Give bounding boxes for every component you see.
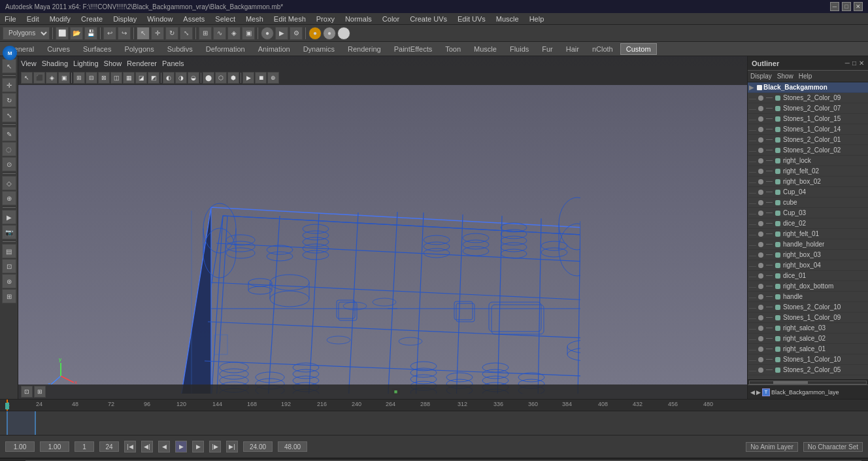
menu-assets[interactable]: Assets [181, 15, 207, 23]
menu-edit-mesh[interactable]: Edit Mesh [272, 15, 308, 23]
layer-prev-btn[interactable]: ◀ [750, 389, 755, 396]
vp-icon-6[interactable]: ⊠ [98, 72, 110, 84]
menu-edit[interactable]: Edit [25, 15, 41, 23]
ol-item-23[interactable]: — right_salce_02 [748, 333, 868, 344]
range-end-input[interactable] [243, 441, 273, 452]
select-tool-btn[interactable]: ↖ [137, 27, 150, 40]
undo-btn[interactable]: ↩ [103, 27, 116, 40]
circle-white[interactable]: ● [337, 27, 350, 40]
scale-tool-btn[interactable]: ⤡ [180, 27, 193, 40]
lasso-left[interactable]: ◌ [2, 142, 16, 156]
menu-window[interactable]: Window [145, 15, 175, 23]
rotate-tool-left[interactable]: ↻ [2, 93, 16, 107]
menu-file[interactable]: File [3, 15, 18, 23]
ol-item-24[interactable]: — right_salce_01 [748, 344, 868, 354]
deform-left[interactable]: ⊡ [2, 259, 16, 273]
move-tool-left[interactable]: ✛ [2, 78, 16, 92]
ol-item-5[interactable]: — Stones_2_Color_02 [748, 145, 868, 156]
play-prev-frame-btn[interactable]: ◀ [158, 441, 170, 452]
file-open-btn[interactable]: 📂 [70, 27, 83, 40]
tab-subdivs[interactable]: Subdivs [161, 43, 199, 55]
menu-select[interactable]: Select [213, 15, 237, 23]
rotate-tool-btn[interactable]: ↻ [165, 27, 178, 40]
menu-muscle[interactable]: Muscle [494, 15, 521, 23]
vp-select-icon[interactable]: ↖ [21, 72, 33, 84]
fps-input[interactable] [278, 441, 307, 452]
tab-toon[interactable]: Toon [439, 43, 467, 55]
vp-menu-renderer[interactable]: Renderer [127, 60, 157, 67]
outliner-maximize-btn[interactable]: □ [852, 60, 856, 67]
start-frame-input[interactable] [40, 441, 69, 452]
ol-item-16[interactable]: — right_box_04 [748, 260, 868, 271]
vp-icon-12[interactable]: ◑ [175, 72, 187, 84]
vp-icon-13[interactable]: ◒ [188, 72, 199, 84]
ol-item-12[interactable]: — dice_02 [748, 218, 868, 229]
menu-modify[interactable]: Modify [48, 15, 73, 23]
vp-bottom-icon-2[interactable]: ⊞ [34, 386, 46, 398]
soft-select-left[interactable]: ⊙ [2, 157, 16, 171]
component-left[interactable]: ◇ [2, 176, 16, 190]
ol-item-18[interactable]: — right_dox_bottom [748, 281, 868, 292]
ol-item-20[interactable]: — Stones_2_Color_10 [748, 302, 868, 313]
vp-icon-15[interactable]: ⬡ [215, 72, 227, 84]
vp-icon-3[interactable]: ▣ [58, 72, 70, 84]
redo-btn[interactable]: ↪ [118, 27, 131, 40]
vp-icon-14[interactable]: ⬤ [203, 72, 214, 84]
ol-item-0[interactable]: — Stones_2_Color_09 [748, 93, 868, 103]
ol-item-9[interactable]: — Cup_04 [748, 187, 868, 197]
tab-surfaces[interactable]: Surfaces [77, 43, 117, 55]
snap-grid-btn[interactable]: ⊞ [199, 27, 212, 40]
snap-surface-btn[interactable]: ▣ [242, 27, 255, 40]
ol-item-13[interactable]: — right_felt_01 [748, 229, 868, 239]
vp-icon-17[interactable]: ▶ [242, 72, 254, 84]
tab-muscle[interactable]: Muscle [468, 43, 503, 55]
menu-proxy[interactable]: Proxy [314, 15, 337, 23]
no-character-set-label[interactable]: No Character Set [803, 442, 863, 452]
ol-item-15[interactable]: — right_box_03 [748, 250, 868, 260]
vp-bottom-icon-1[interactable]: ⊡ [21, 386, 33, 398]
file-new-btn[interactable]: ⬜ [56, 27, 69, 40]
ol-item-22[interactable]: — right_salce_03 [748, 323, 868, 333]
menu-help[interactable]: Help [527, 15, 546, 23]
ol-item-14[interactable]: — handle_holder [748, 239, 868, 250]
menu-mesh[interactable]: Mesh [244, 15, 265, 23]
ol-item-21[interactable]: — Stones_1_Color_09 [748, 313, 868, 323]
outliner-close-btn[interactable]: ✕ [859, 60, 864, 67]
tab-dynamics[interactable]: Dynamics [297, 43, 341, 55]
ol-item-root[interactable]: ▶ Black_Backgammon [748, 82, 868, 93]
tab-painteffects[interactable]: PaintEffects [388, 43, 439, 55]
ol-item-10[interactable]: — cube [748, 197, 868, 208]
scale-tool-left[interactable]: ⤡ [2, 108, 16, 122]
show-manip-left[interactable]: ⊕ [2, 191, 16, 205]
menu-normals[interactable]: Normals [343, 15, 374, 23]
viewport[interactable]: View Shading Lighting Show Renderer Pane… [18, 56, 747, 399]
tab-fur[interactable]: Fur [536, 43, 559, 55]
circle-yellow[interactable]: ● [309, 27, 322, 40]
vp-icon-4[interactable]: ⊞ [73, 72, 85, 84]
tab-custom[interactable]: Custom [620, 43, 657, 55]
vp-icon-5[interactable]: ⊟ [86, 72, 97, 84]
render-preview-left[interactable]: ▶ [2, 210, 16, 224]
ol-item-19[interactable]: — handle [748, 292, 868, 302]
vp-menu-panels[interactable]: Panels [162, 60, 184, 67]
play-end-btn[interactable]: ▶| [226, 441, 238, 452]
vp-icon-16[interactable]: ⬢ [227, 72, 239, 84]
ol-item-6[interactable]: — right_lock [748, 156, 868, 166]
move-tool-btn[interactable]: ✛ [151, 27, 164, 40]
tab-curves[interactable]: Curves [41, 43, 76, 55]
render-btn[interactable]: ● [261, 27, 274, 40]
menu-create-uvs[interactable]: Create UVs [408, 15, 449, 23]
snap-point-btn[interactable]: ◈ [227, 27, 241, 40]
tab-rendering[interactable]: Rendering [342, 43, 387, 55]
play-start-btn[interactable]: |◀ [124, 441, 136, 452]
timeline-track[interactable] [0, 411, 868, 435]
ol-item-4[interactable]: — Stones_2_Color_01 [748, 135, 868, 145]
ol-item-17[interactable]: — dice_01 [748, 271, 868, 281]
file-save-btn[interactable]: 💾 [84, 27, 97, 40]
skin-left[interactable]: ⊞ [2, 289, 16, 303]
play-btn[interactable]: ▶ [175, 441, 187, 452]
layer-left[interactable]: ▤ [2, 244, 16, 258]
ipr-render-btn[interactable]: ▶ [275, 27, 288, 40]
vp-icon-10[interactable]: ◩ [148, 72, 159, 84]
menu-create[interactable]: Create [79, 15, 105, 23]
